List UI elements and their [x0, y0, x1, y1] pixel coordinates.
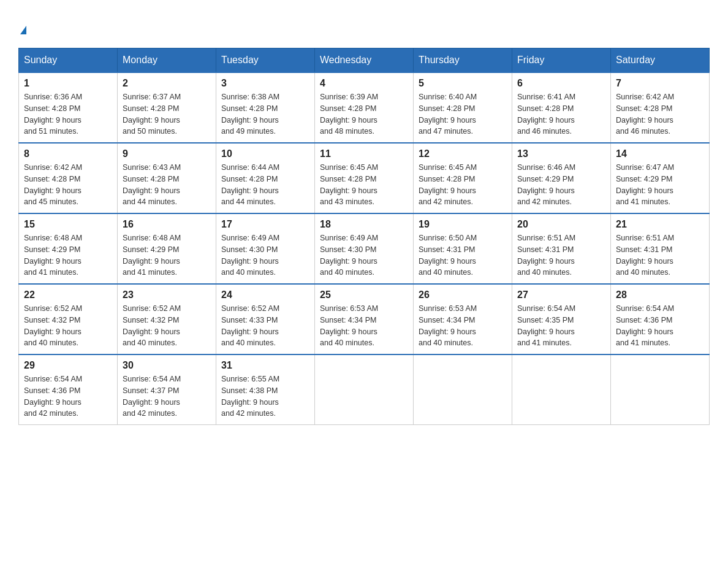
day-number: 14: [616, 148, 704, 159]
calendar-cell: 29 Sunrise: 6:54 AM Sunset: 4:36 PM Dayl…: [19, 354, 118, 425]
weekday-header-monday: Monday: [118, 48, 216, 73]
day-number: 19: [419, 219, 507, 230]
day-info: Sunrise: 6:54 AM Sunset: 4:36 PM Dayligh…: [616, 303, 704, 349]
day-number: 12: [419, 148, 507, 159]
calendar-cell: 24 Sunrise: 6:52 AM Sunset: 4:33 PM Dayl…: [216, 284, 315, 354]
calendar-week-2: 8 Sunrise: 6:42 AM Sunset: 4:28 PM Dayli…: [19, 143, 710, 213]
calendar-cell: 28 Sunrise: 6:54 AM Sunset: 4:36 PM Dayl…: [611, 284, 710, 354]
day-info: Sunrise: 6:47 AM Sunset: 4:29 PM Dayligh…: [616, 162, 704, 208]
calendar-cell: 17 Sunrise: 6:49 AM Sunset: 4:30 PM Dayl…: [216, 213, 315, 284]
calendar-cell: 30 Sunrise: 6:54 AM Sunset: 4:37 PM Dayl…: [118, 354, 216, 425]
day-number: 20: [517, 219, 605, 230]
day-info: Sunrise: 6:38 AM Sunset: 4:28 PM Dayligh…: [221, 91, 309, 137]
calendar-cell: 18 Sunrise: 6:49 AM Sunset: 4:30 PM Dayl…: [315, 213, 414, 284]
day-info: Sunrise: 6:48 AM Sunset: 4:29 PM Dayligh…: [123, 232, 211, 278]
day-number: 6: [517, 78, 605, 89]
day-number: 28: [616, 289, 704, 301]
calendar-cell: 16 Sunrise: 6:48 AM Sunset: 4:29 PM Dayl…: [118, 213, 216, 284]
day-info: Sunrise: 6:42 AM Sunset: 4:28 PM Dayligh…: [24, 162, 112, 208]
day-info: Sunrise: 6:54 AM Sunset: 4:35 PM Dayligh…: [517, 303, 605, 349]
day-number: 7: [616, 78, 704, 89]
calendar-week-3: 15 Sunrise: 6:48 AM Sunset: 4:29 PM Dayl…: [19, 213, 710, 284]
day-number: 13: [517, 148, 605, 159]
calendar-cell: 27 Sunrise: 6:54 AM Sunset: 4:35 PM Dayl…: [512, 284, 611, 354]
calendar-cell: 21 Sunrise: 6:51 AM Sunset: 4:31 PM Dayl…: [611, 213, 710, 284]
day-number: 10: [221, 148, 309, 159]
logo-top: [18, 18, 26, 36]
day-info: Sunrise: 6:48 AM Sunset: 4:29 PM Dayligh…: [24, 232, 112, 278]
calendar-cell: 9 Sunrise: 6:43 AM Sunset: 4:28 PM Dayli…: [118, 143, 216, 213]
day-info: Sunrise: 6:52 AM Sunset: 4:32 PM Dayligh…: [123, 303, 211, 349]
day-number: 24: [221, 289, 309, 301]
calendar-cell: [315, 354, 414, 425]
calendar-week-1: 1 Sunrise: 6:36 AM Sunset: 4:28 PM Dayli…: [19, 72, 710, 143]
calendar-cell: 26 Sunrise: 6:53 AM Sunset: 4:34 PM Dayl…: [414, 284, 512, 354]
calendar-cell: 7 Sunrise: 6:42 AM Sunset: 4:28 PM Dayli…: [611, 72, 710, 143]
day-info: Sunrise: 6:54 AM Sunset: 4:36 PM Dayligh…: [24, 373, 112, 419]
day-info: Sunrise: 6:54 AM Sunset: 4:37 PM Dayligh…: [123, 373, 211, 419]
day-info: Sunrise: 6:42 AM Sunset: 4:28 PM Dayligh…: [616, 91, 704, 137]
weekday-header-sunday: Sunday: [19, 48, 118, 73]
logo-triangle-icon: [20, 26, 26, 34]
calendar-cell: 6 Sunrise: 6:41 AM Sunset: 4:28 PM Dayli…: [512, 72, 611, 143]
logo: [18, 18, 26, 36]
day-number: 4: [320, 78, 408, 89]
day-info: Sunrise: 6:53 AM Sunset: 4:34 PM Dayligh…: [320, 303, 408, 349]
weekday-header-friday: Friday: [512, 48, 611, 73]
calendar-cell: 5 Sunrise: 6:40 AM Sunset: 4:28 PM Dayli…: [414, 72, 512, 143]
day-info: Sunrise: 6:55 AM Sunset: 4:38 PM Dayligh…: [221, 373, 309, 419]
day-number: 1: [24, 78, 112, 89]
calendar-cell: [512, 354, 611, 425]
weekday-header-row: SundayMondayTuesdayWednesdayThursdayFrid…: [19, 48, 710, 73]
calendar-cell: 4 Sunrise: 6:39 AM Sunset: 4:28 PM Dayli…: [315, 72, 414, 143]
day-number: 25: [320, 289, 408, 301]
calendar-body: 1 Sunrise: 6:36 AM Sunset: 4:28 PM Dayli…: [19, 72, 710, 425]
calendar-week-4: 22 Sunrise: 6:52 AM Sunset: 4:32 PM Dayl…: [19, 284, 710, 354]
day-number: 11: [320, 148, 408, 159]
day-info: Sunrise: 6:46 AM Sunset: 4:29 PM Dayligh…: [517, 162, 605, 208]
day-number: 27: [517, 289, 605, 301]
day-number: 30: [123, 360, 211, 371]
day-info: Sunrise: 6:51 AM Sunset: 4:31 PM Dayligh…: [517, 232, 605, 278]
calendar-cell: 22 Sunrise: 6:52 AM Sunset: 4:32 PM Dayl…: [19, 284, 118, 354]
day-info: Sunrise: 6:37 AM Sunset: 4:28 PM Dayligh…: [123, 91, 211, 137]
calendar-cell: 12 Sunrise: 6:45 AM Sunset: 4:28 PM Dayl…: [414, 143, 512, 213]
day-info: Sunrise: 6:52 AM Sunset: 4:33 PM Dayligh…: [221, 303, 309, 349]
day-info: Sunrise: 6:52 AM Sunset: 4:32 PM Dayligh…: [24, 303, 112, 349]
day-number: 31: [221, 360, 309, 371]
calendar-cell: 15 Sunrise: 6:48 AM Sunset: 4:29 PM Dayl…: [19, 213, 118, 284]
day-number: 2: [123, 78, 211, 89]
calendar-cell: 13 Sunrise: 6:46 AM Sunset: 4:29 PM Dayl…: [512, 143, 611, 213]
day-number: 18: [320, 219, 408, 230]
calendar-cell: 10 Sunrise: 6:44 AM Sunset: 4:28 PM Dayl…: [216, 143, 315, 213]
day-number: 8: [24, 148, 112, 159]
day-number: 26: [419, 289, 507, 301]
calendar-cell: 31 Sunrise: 6:55 AM Sunset: 4:38 PM Dayl…: [216, 354, 315, 425]
weekday-header-thursday: Thursday: [414, 48, 512, 73]
day-number: 21: [616, 219, 704, 230]
day-number: 22: [24, 289, 112, 301]
calendar-week-5: 29 Sunrise: 6:54 AM Sunset: 4:36 PM Dayl…: [19, 354, 710, 425]
day-info: Sunrise: 6:45 AM Sunset: 4:28 PM Dayligh…: [320, 162, 408, 208]
day-info: Sunrise: 6:36 AM Sunset: 4:28 PM Dayligh…: [24, 91, 112, 137]
day-info: Sunrise: 6:44 AM Sunset: 4:28 PM Dayligh…: [221, 162, 309, 208]
day-info: Sunrise: 6:40 AM Sunset: 4:28 PM Dayligh…: [419, 91, 507, 137]
day-info: Sunrise: 6:41 AM Sunset: 4:28 PM Dayligh…: [517, 91, 605, 137]
day-info: Sunrise: 6:43 AM Sunset: 4:28 PM Dayligh…: [123, 162, 211, 208]
day-info: Sunrise: 6:49 AM Sunset: 4:30 PM Dayligh…: [221, 232, 309, 278]
calendar-cell: [414, 354, 512, 425]
weekday-header-wednesday: Wednesday: [315, 48, 414, 73]
day-number: 17: [221, 219, 309, 230]
calendar-cell: [611, 354, 710, 425]
day-number: 3: [221, 78, 309, 89]
day-number: 15: [24, 219, 112, 230]
day-info: Sunrise: 6:49 AM Sunset: 4:30 PM Dayligh…: [320, 232, 408, 278]
day-info: Sunrise: 6:53 AM Sunset: 4:34 PM Dayligh…: [419, 303, 507, 349]
calendar-cell: 19 Sunrise: 6:50 AM Sunset: 4:31 PM Dayl…: [414, 213, 512, 284]
day-info: Sunrise: 6:39 AM Sunset: 4:28 PM Dayligh…: [320, 91, 408, 137]
calendar-cell: 3 Sunrise: 6:38 AM Sunset: 4:28 PM Dayli…: [216, 72, 315, 143]
day-info: Sunrise: 6:45 AM Sunset: 4:28 PM Dayligh…: [419, 162, 507, 208]
calendar-cell: 1 Sunrise: 6:36 AM Sunset: 4:28 PM Dayli…: [19, 72, 118, 143]
day-number: 29: [24, 360, 112, 371]
day-number: 16: [123, 219, 211, 230]
